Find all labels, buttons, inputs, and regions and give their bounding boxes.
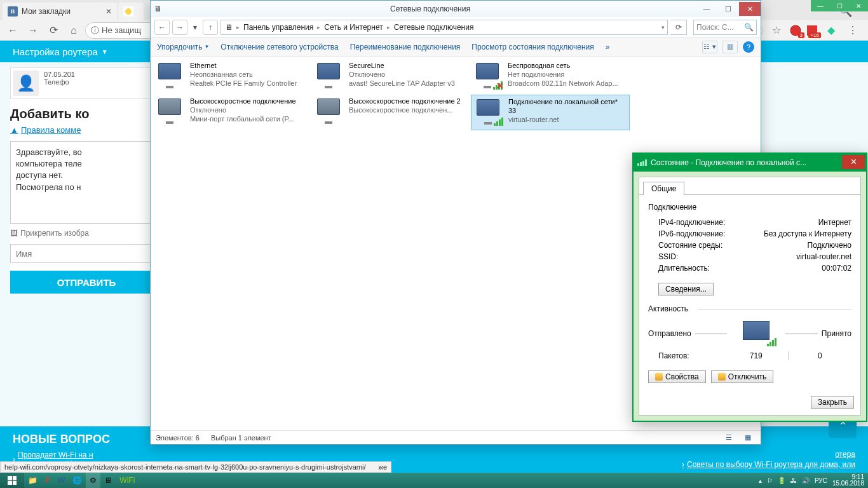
- extension-opera-icon[interactable]: 3: [789, 24, 802, 37]
- help-icon[interactable]: ?: [743, 41, 754, 53]
- property-value: 00:07:02: [822, 264, 851, 273]
- property-value: Подключено: [808, 241, 851, 250]
- packets-sent-value: 719: [724, 351, 788, 360]
- forward-button[interactable]: →: [24, 22, 42, 39]
- connection-adapter: Broadcom 802.11n Network Adap...: [508, 79, 618, 88]
- connection-status: Отключено: [190, 106, 296, 115]
- properties-button[interactable]: Свойства: [648, 370, 706, 383]
- details-button[interactable]: Сведения...: [658, 283, 714, 295]
- browser-tab-2[interactable]: [118, 3, 144, 20]
- tray-action-center-icon[interactable]: ⚐: [767, 477, 773, 484]
- connection-adapter: Высокоскоростное подключен...: [349, 106, 461, 115]
- close-icon[interactable]: ✕: [105, 7, 112, 16]
- home-button[interactable]: ⌂: [65, 22, 83, 39]
- status-url-tail: же: [379, 463, 387, 471]
- footer-link-right-1[interactable]: отера: [835, 450, 855, 459]
- chrome-status-bar: help-wifi.com/voprosy-otvety/nizkaya-sko…: [0, 461, 391, 473]
- bookmark-star-icon[interactable]: ☆: [768, 22, 785, 39]
- close-button[interactable]: ✕: [849, 0, 868, 11]
- tray-overflow-icon[interactable]: ▴: [759, 477, 762, 484]
- close-dialog-button[interactable]: Закрыть: [811, 396, 854, 409]
- breadcrumb-item[interactable]: Сетевые подключения: [390, 23, 478, 32]
- taskbar-word-icon[interactable]: W: [54, 473, 69, 488]
- close-button[interactable]: ✕: [842, 155, 865, 169]
- tray-network-icon[interactable]: 🖧: [790, 477, 797, 484]
- url-security-text: Не защищ: [102, 25, 141, 35]
- group-connection-label: Подключение: [648, 203, 851, 212]
- minimize-button[interactable]: —: [696, 2, 717, 16]
- maximize-button[interactable]: ☐: [717, 2, 739, 16]
- windows-taskbar: 📁 P W 🌐 ⚙ 🖥 WiFi ▴ ⚐ 🔋 🖧 🔊 РУС 9:11 15.0…: [0, 473, 868, 488]
- breadcrumb[interactable]: 🖥 ▸ Панель управления ▸ Сеть и Интернет …: [220, 20, 668, 35]
- taskbar-chrome-icon[interactable]: 🌐: [69, 473, 86, 488]
- minimize-button[interactable]: —: [811, 0, 830, 11]
- explorer-command-bar: Упорядочить ▼ Отключение сетевого устрой…: [151, 37, 761, 57]
- reload-button[interactable]: ⟳: [44, 22, 62, 39]
- chevron-down-icon[interactable]: ▼: [102, 48, 108, 55]
- back-button[interactable]: ←: [4, 22, 22, 39]
- more-cmd[interactable]: »: [606, 43, 610, 51]
- tiles-view-icon[interactable]: ▦: [740, 431, 756, 444]
- breadcrumb-item[interactable]: Сеть и Интернет: [320, 23, 386, 32]
- nav-back-button[interactable]: ←: [154, 20, 170, 35]
- packets-label: Пакетов:: [648, 351, 724, 360]
- tray-clock[interactable]: 9:11 15.06.2018: [832, 474, 864, 487]
- preview-pane-button[interactable]: ▥: [722, 41, 738, 53]
- connection-item[interactable]: SecureLine Отключено avast! SecureLine T…: [312, 59, 471, 95]
- tray-volume-icon[interactable]: 🔊: [802, 477, 810, 484]
- taskbar-powerpoint-icon[interactable]: P: [41, 473, 54, 488]
- start-button[interactable]: [0, 473, 24, 488]
- send-button[interactable]: ОТПРАВИТЬ: [10, 271, 163, 294]
- name-input[interactable]: [10, 244, 163, 263]
- group-activity-label: Активность: [648, 304, 851, 313]
- footer-link-right-2[interactable]: › Советы по выбору Wi-Fi роутера для дом…: [682, 460, 855, 469]
- refresh-button[interactable]: ⟳: [670, 20, 687, 35]
- details-view-icon[interactable]: ☰: [721, 431, 736, 444]
- tray-battery-icon[interactable]: 🔋: [778, 477, 785, 484]
- property-key: Состояние среды:: [658, 241, 722, 250]
- disconnect-button[interactable]: Отключить: [711, 370, 774, 383]
- item-count: Элементов: 6: [156, 434, 200, 442]
- connection-icon: [315, 97, 345, 128]
- tray-language[interactable]: РУС: [815, 477, 827, 484]
- connection-item[interactable]: Высокоскоростное подключение 2 Высокоско…: [312, 95, 471, 130]
- taskbar-wifi-app-icon[interactable]: WiFi: [116, 473, 139, 488]
- nav-up-button[interactable]: ↑: [203, 20, 218, 35]
- maximize-button[interactable]: ☐: [830, 0, 849, 11]
- comment-rules-link[interactable]: ▲ Правила комме: [10, 125, 163, 135]
- attach-image-link[interactable]: 🖼 Прикрепить изобра: [10, 229, 163, 238]
- extension-avast-icon[interactable]: ◆: [822, 22, 840, 39]
- explorer-titlebar[interactable]: 🖥 Сетевые подключения — ☐ ✕: [151, 1, 761, 17]
- rename-conn-cmd[interactable]: Переименование подключения: [350, 43, 461, 51]
- connection-status: Отключено: [349, 71, 455, 79]
- extension-adblock-icon[interactable]: +16: [806, 24, 818, 37]
- connection-item[interactable]: Высокоскоростное подключение Отключено М…: [153, 95, 312, 130]
- dialog-titlebar[interactable]: Состояние - Подключение по локальной с..…: [634, 154, 866, 172]
- organize-menu[interactable]: Упорядочить ▼: [157, 43, 209, 51]
- taskbar-app-icon[interactable]: 🖥: [100, 473, 116, 488]
- badge-count: +16: [808, 32, 821, 38]
- chrome-menu-icon[interactable]: ⋮: [844, 22, 862, 39]
- tab-general[interactable]: Общие: [643, 182, 684, 195]
- avatar: 👤: [13, 71, 39, 96]
- connection-item[interactable]: ✕ Беспроводная сеть Нет подключения Broa…: [471, 59, 630, 95]
- disable-device-cmd[interactable]: Отключение сетевого устройства: [220, 43, 338, 51]
- browser-tab-1[interactable]: B Мои закладки ✕: [3, 3, 117, 20]
- breadcrumb-item[interactable]: Панель управления: [240, 23, 317, 32]
- comment-textarea[interactable]: Здравствуйте, во компьютера теле доступа…: [10, 141, 163, 224]
- nav-forward-button[interactable]: →: [172, 20, 187, 35]
- taskbar-explorer-icon[interactable]: 📁: [24, 473, 41, 488]
- chevron-down-icon[interactable]: ▾: [661, 24, 665, 30]
- explorer-status-bar: Элементов: 6 Выбран 1 элемент ☰ ▦: [151, 430, 761, 444]
- connection-item[interactable]: Ethernet Неопознанная сеть Realtek PCIe …: [153, 59, 312, 95]
- nav-history-dropdown[interactable]: ▾: [190, 20, 200, 35]
- connection-name: SecureLine: [349, 62, 455, 71]
- connection-adapter: Мини-порт глобальной сети (P...: [190, 115, 296, 124]
- close-button[interactable]: ✕: [739, 2, 761, 16]
- view-status-cmd[interactable]: Просмотр состояния подключения: [471, 43, 593, 51]
- connection-item[interactable]: Подключение по локальной сети* 33 virtua…: [471, 95, 630, 130]
- explorer-search-input[interactable]: Поиск: С... 🔍: [693, 20, 757, 35]
- view-options-button[interactable]: ☷ ▾: [702, 41, 717, 53]
- desktop-window-controls: — ☐ ✕: [811, 0, 868, 11]
- taskbar-settings-icon[interactable]: ⚙: [86, 473, 100, 488]
